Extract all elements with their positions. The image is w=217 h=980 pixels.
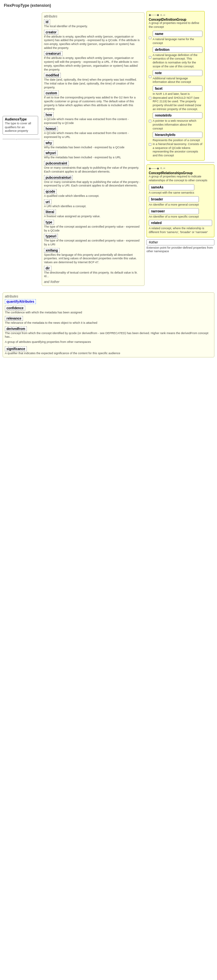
- attr-dir-desc: The directionality of textual content of…: [44, 271, 142, 278]
- attr-literal-desc: A freetext value assigned as property va…: [44, 215, 142, 218]
- bottom-section: attributes quantifyAttributes confidence…: [3, 292, 214, 358]
- concept-hierarchyinfo-box: hierarchyInfo: [153, 132, 203, 138]
- concept-name-box: name: [153, 31, 203, 37]
- attr-derivedfrom: derivedfrom The concept from which the c…: [5, 326, 212, 339]
- attr-howuri: howuri A QCode which means the value was…: [44, 126, 142, 139]
- right-panel: ◆——◆ 0..∞ ConceptDefinitionGroup A group…: [146, 11, 214, 253]
- concept-remoteinfo-item: remoteInfo A pointer to a web resource w…: [149, 112, 203, 130]
- attr-whyuri: whyuri Why the metadata has been include…: [44, 150, 142, 160]
- attr-uri-label: uri: [44, 199, 51, 204]
- attr-typeuri-desc: The type of the concept assigned as cont…: [44, 239, 142, 247]
- concept-hierarchyinfo-item: hierarchyInfo Represents the position of…: [149, 131, 203, 158]
- sameas-box: sameAs: [149, 184, 194, 190]
- attr-how-desc: A QCode which means the value was extrac…: [44, 118, 142, 125]
- attr-confidence-label: confidence: [5, 305, 25, 310]
- quantify-attributes-label: quantifyAttributes: [5, 299, 36, 304]
- attr-creator: creator If the attribute is empty, speci…: [44, 29, 142, 50]
- concept-facet-item: facet In NAR 1.8 and later, facet is dep…: [149, 85, 203, 111]
- attr-why-label: why: [44, 140, 53, 145]
- page-title: FlexPropType (extension): [3, 3, 214, 8]
- attr-pubconstrainturi-label: pubconstrainturi: [44, 175, 73, 180]
- concept-def-label: ConceptDefinitionGroup: [149, 18, 203, 21]
- attr-relevance-desc: The relevance of the metadata to the new…: [5, 321, 212, 325]
- attr-xmllang-desc: Specifies the language of this property …: [44, 253, 142, 264]
- attr-howuri-desc: A QCode which means the value was extrac…: [44, 132, 142, 139]
- attr-whyuri-label: whyuri: [44, 151, 57, 155]
- concept-name-item: name A natural language name for the con…: [149, 30, 203, 45]
- attr-typeuri: typeuri The type of the concept assigned…: [44, 234, 142, 247]
- concept-facet-box: facet: [153, 86, 203, 92]
- concept-def-items: name A natural language name for the con…: [149, 30, 203, 158]
- significance-wrapper: significance A qualifier that indicates …: [5, 346, 212, 355]
- attr-dir-label: dir: [44, 266, 51, 270]
- attr-whyuri-desc: Why the metadata has been included - exp…: [44, 156, 142, 160]
- attr-type: type The type of the concept assigned as…: [44, 220, 142, 232]
- extension-point-desc: Extension point for provider-defined pro…: [146, 246, 214, 253]
- attr-creatoruri-desc: If the attribute is empty, specifies whi…: [44, 56, 142, 72]
- audience-type-box: AudienceType The type to cover all quali…: [3, 116, 38, 135]
- narrower-box: narrower: [149, 208, 199, 214]
- main-flexprop-area: attributes id The local identifier of th…: [42, 11, 144, 287]
- sameas-item: sameAs A concept with the same semantics: [149, 184, 212, 195]
- attr-creatoruri-label: creatoruri: [44, 51, 62, 56]
- attr-derivedfrom-label: derivedfrom: [5, 326, 27, 331]
- attr-typeuri-label: typeuri: [44, 234, 58, 239]
- concept-def-item: definition A natural language definition…: [149, 46, 203, 68]
- attr-dir: dir The directionality of textual conten…: [44, 266, 142, 278]
- quantify-attributes-label-wrapper: quantifyAttributes: [5, 299, 212, 304]
- attr-custom-label: custom: [44, 91, 59, 95]
- concept-rel-items: sameAs A concept with the same semantics…: [149, 184, 212, 234]
- attr-creator-desc: If the attribute is empty, specifies whi…: [44, 35, 142, 50]
- concept-note-box: note: [153, 70, 203, 76]
- attr-custom: custom If set to true the corresponding …: [44, 90, 142, 111]
- attr-why-desc: Why the metadata has been included - exp…: [44, 146, 142, 150]
- quantify-main-box: attributes quantifyAttributes confidence…: [3, 292, 214, 358]
- concept-note-item: note Additional natural language informa…: [149, 69, 203, 84]
- attr-xmllang-label: xmllang: [44, 248, 60, 253]
- attr-pubconstrainturi: pubconstrainturi One or many constraints…: [44, 175, 142, 188]
- flexprop-main-box: attributes id The local identifier of th…: [42, 12, 144, 286]
- attributes-header: attributes: [44, 14, 142, 18]
- attr-modified: modified The date (and, optionally, the …: [44, 73, 142, 89]
- attributes-list: id The local identifier of the property.…: [44, 19, 142, 278]
- attr-creatoruri: creatoruri If the attribute is empty, sp…: [44, 51, 142, 72]
- attr-modified-desc: The date (and, optionally, the time) whe…: [44, 78, 142, 89]
- concept-definition-box: definition: [153, 47, 203, 53]
- concept-def-mult: 0..∞: [160, 14, 165, 16]
- related-box: related: [149, 220, 212, 226]
- narrower-item: narrower An identifier of a more specifi…: [149, 207, 212, 219]
- attr-uri-desc: A URI which identifies a concept.: [44, 205, 142, 208]
- quantify-group-desc: A group of attributes quantifying proper…: [5, 340, 212, 344]
- attr-pubconstrainturi-desc: One or many constraints that apply to pu…: [44, 180, 142, 188]
- attr-creator-label: creator: [44, 30, 58, 35]
- attr-id-desc: The local identifier of the property.: [44, 25, 142, 29]
- concept-rel-group-box: ◆——◆ 0..∞ ConceptRelationshipsGroup A gr…: [146, 164, 214, 237]
- attr-relevance-label: relevance: [5, 316, 23, 321]
- attr-id: id The local identifier of the property.: [44, 19, 142, 29]
- attr-confidence: confidence The confidence with which the…: [5, 305, 212, 315]
- significance-desc: A qualifier that indicates the expected …: [5, 352, 212, 355]
- concept-def-group-box: ◆——◆ 0..∞ ConceptDefinitionGroup A group…: [146, 11, 205, 161]
- extension-point-wrapper: #other Extension point for provider-defi…: [146, 239, 214, 253]
- concept-def-desc: A group of properties required to define…: [149, 21, 203, 29]
- attr-pubconstraint: pubconstraint One or many constraints th…: [44, 161, 142, 173]
- attr-pubconstraint-label: pubconstraint: [44, 161, 69, 166]
- attr-modified-label: modified: [44, 73, 61, 78]
- attr-type-label: type: [44, 220, 54, 225]
- attr-pubconstraint-desc: One or many constraints that apply to pu…: [44, 166, 142, 173]
- broader-item: broader An identifier of a more general …: [149, 196, 212, 207]
- significance-label: significance: [5, 347, 27, 351]
- and-other: and #other: [44, 280, 142, 283]
- attr-uri: uri A URI which identifies a concept.: [44, 199, 142, 208]
- attr-literal: literal A freetext value assigned as pro…: [44, 209, 142, 218]
- broader-box: broader: [149, 196, 199, 202]
- attr-qcode-label: qcode: [44, 189, 57, 194]
- concept-rel-mult: 0..∞: [160, 167, 165, 170]
- attr-how-label: how: [44, 112, 54, 117]
- attr-id-label: id: [44, 19, 50, 24]
- attr-confidence-desc: The confidence with which the metadata h…: [5, 311, 212, 315]
- attr-qcode-desc: A qualified code which identifies a conc…: [44, 194, 142, 198]
- attr-custom-desc: If set to true the corresponding propert…: [44, 96, 142, 111]
- attr-derivedfrom-desc: The concept from which the concept ident…: [5, 331, 212, 339]
- page-container: FlexPropType (extension) AudienceType Th…: [0, 0, 217, 361]
